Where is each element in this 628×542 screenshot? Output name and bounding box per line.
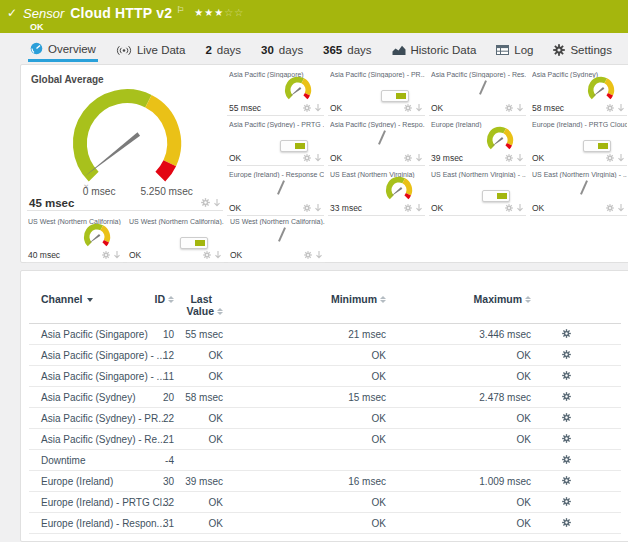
gear-icon[interactable] xyxy=(102,251,110,259)
cell-channel[interactable]: Europe (Ireland) xyxy=(41,476,153,487)
header-minimum[interactable]: Minimum xyxy=(223,293,386,305)
star-filled-icon[interactable]: ★ xyxy=(194,7,203,18)
cell-maximum: OK xyxy=(386,371,531,382)
wrench-gear-icon[interactable] xyxy=(562,518,571,527)
cell-channel[interactable]: Asia Pacific (Singapore) xyxy=(41,329,153,340)
log-table-icon xyxy=(496,45,509,55)
header-id[interactable]: ID xyxy=(153,293,174,305)
gear-icon[interactable] xyxy=(404,204,412,212)
pin-icon[interactable] xyxy=(617,103,625,112)
star-filled-icon[interactable]: ★ xyxy=(204,7,213,18)
channel-panel[interactable]: Asia Pacific (Sydney) - Respo...OK xyxy=(328,119,425,166)
header-last-value[interactable]: Last Value xyxy=(174,293,223,317)
channel-panel[interactable]: Asia Pacific (Singapore) - Res...OK xyxy=(429,69,526,116)
cell-last-value: OK xyxy=(174,434,223,445)
gear-icon[interactable] xyxy=(505,154,513,162)
channel-panel[interactable]: Asia Pacific (Sydney) - PRTG ...OK xyxy=(227,119,324,166)
wrench-gear-icon[interactable] xyxy=(562,392,571,401)
cell-maximum: OK xyxy=(386,518,531,529)
tab-label: days xyxy=(217,44,241,56)
gear-icon[interactable] xyxy=(404,154,412,162)
star-empty-icon[interactable]: ☆ xyxy=(234,7,243,18)
tab-historic-data[interactable]: Historic Data xyxy=(390,40,479,62)
star-filled-icon[interactable]: ★ xyxy=(214,7,223,18)
tab-365-days[interactable]: 365days xyxy=(321,40,373,62)
tab-number: 30 xyxy=(261,44,274,56)
gear-icon[interactable] xyxy=(303,104,311,112)
cell-channel[interactable]: Asia Pacific (Sydney) - PR... xyxy=(41,413,153,424)
tab-30-days[interactable]: 30days xyxy=(259,40,305,62)
pin-icon[interactable] xyxy=(415,103,423,112)
wrench-gear-icon[interactable] xyxy=(562,497,571,506)
pin-icon[interactable] xyxy=(415,203,423,212)
pin-icon[interactable] xyxy=(314,103,322,112)
cell-channel[interactable]: Downtime xyxy=(41,455,153,466)
pin-icon[interactable] xyxy=(315,250,323,259)
wrench-gear-icon[interactable] xyxy=(562,413,571,422)
pin-icon[interactable] xyxy=(617,203,625,212)
cell-minimum: OK xyxy=(223,413,386,424)
wrench-gear-icon[interactable] xyxy=(562,455,571,464)
cell-minimum: 21 msec xyxy=(223,329,386,340)
channel-panel[interactable]: Europe (Ireland)39 msec xyxy=(429,119,526,166)
cell-channel[interactable]: Asia Pacific (Singapore) - ... xyxy=(41,371,153,382)
wrench-gear-icon[interactable] xyxy=(562,350,571,359)
pin-icon[interactable] xyxy=(617,153,625,162)
gear-icon[interactable] xyxy=(606,104,614,112)
channel-panel[interactable]: Asia Pacific (Singapore)55 msec xyxy=(227,69,324,116)
pin-icon[interactable] xyxy=(213,198,221,207)
pin-icon[interactable] xyxy=(314,203,322,212)
cell-id: 31 xyxy=(153,518,174,529)
gear-icon[interactable] xyxy=(304,251,312,259)
tab-2-days[interactable]: 2days xyxy=(203,40,243,62)
tab-label: days xyxy=(347,44,371,56)
channel-panel[interactable]: US West (Northern California)40 msec xyxy=(26,216,123,263)
pin-icon[interactable] xyxy=(314,153,322,162)
channel-panel[interactable]: Europe (Ireland) - PRTG Cloud...OK xyxy=(530,119,627,166)
channel-panel[interactable]: US West (Northern California)...OK xyxy=(228,216,325,263)
channel-panel[interactable]: US East (Northern Virginia)33 msec xyxy=(328,169,425,216)
sort-icon xyxy=(525,296,531,303)
pin-icon[interactable] xyxy=(415,153,423,162)
channel-panel[interactable]: US East (Northern Virginia) - ...OK xyxy=(429,169,526,216)
gear-icon[interactable] xyxy=(201,198,210,207)
tab-log[interactable]: Log xyxy=(494,40,535,62)
cell-channel[interactable]: Europe (Ireland) - PRTG Cl... xyxy=(41,497,153,508)
header-channel[interactable]: Channel xyxy=(41,293,153,305)
pin-icon[interactable] xyxy=(516,103,524,112)
channel-panel[interactable]: Asia Pacific (Sydney)58 msec xyxy=(530,69,627,116)
gear-icon[interactable] xyxy=(404,104,412,112)
wrench-gear-icon[interactable] xyxy=(562,476,571,485)
tab-settings[interactable]: Settings xyxy=(551,40,614,62)
gear-icon[interactable] xyxy=(303,154,311,162)
cell-channel[interactable]: Asia Pacific (Sydney) - Re... xyxy=(41,434,153,445)
priority-stars[interactable]: ★★★☆☆ xyxy=(194,7,243,18)
tab-overview[interactable]: Overview xyxy=(28,40,98,62)
channel-panel[interactable]: US West (Northern California)...OK xyxy=(127,216,224,263)
cell-maximum: OK xyxy=(386,413,531,424)
cell-channel[interactable]: Asia Pacific (Sydney) xyxy=(41,392,153,403)
wrench-gear-icon[interactable] xyxy=(562,371,571,380)
panel-title: Europe (Ireland) - Response C... xyxy=(229,171,324,178)
gear-icon[interactable] xyxy=(505,204,513,212)
gear-icon[interactable] xyxy=(606,154,614,162)
cell-channel[interactable]: Europe (Ireland) - Respon... xyxy=(41,518,153,529)
gear-icon[interactable] xyxy=(203,251,211,259)
cell-channel[interactable]: Asia Pacific (Singapore) - ... xyxy=(41,350,153,361)
channel-panel[interactable]: US East (Northern Virginia) - ...OK xyxy=(530,169,627,216)
pin-icon[interactable] xyxy=(214,250,222,259)
channel-panel[interactable]: Asia Pacific (Singapore) - PR...OK xyxy=(328,69,425,116)
wrench-gear-icon[interactable] xyxy=(562,434,571,443)
global-average-panel[interactable]: Global Average ✕ 0 msec 5.250 msec 45 ms… xyxy=(27,69,223,211)
gear-icon[interactable] xyxy=(505,104,513,112)
pin-icon[interactable] xyxy=(516,203,524,212)
gear-icon[interactable] xyxy=(303,204,311,212)
header-maximum[interactable]: Maximum xyxy=(386,293,531,305)
star-empty-icon[interactable]: ☆ xyxy=(224,7,233,18)
pin-icon[interactable] xyxy=(516,153,524,162)
tab-live-data[interactable]: Live Data xyxy=(114,40,188,62)
pin-icon[interactable] xyxy=(113,250,121,259)
channel-panel[interactable]: Europe (Ireland) - Response C...OK xyxy=(227,169,324,216)
gear-icon[interactable] xyxy=(606,204,614,212)
wrench-gear-icon[interactable] xyxy=(562,329,571,338)
